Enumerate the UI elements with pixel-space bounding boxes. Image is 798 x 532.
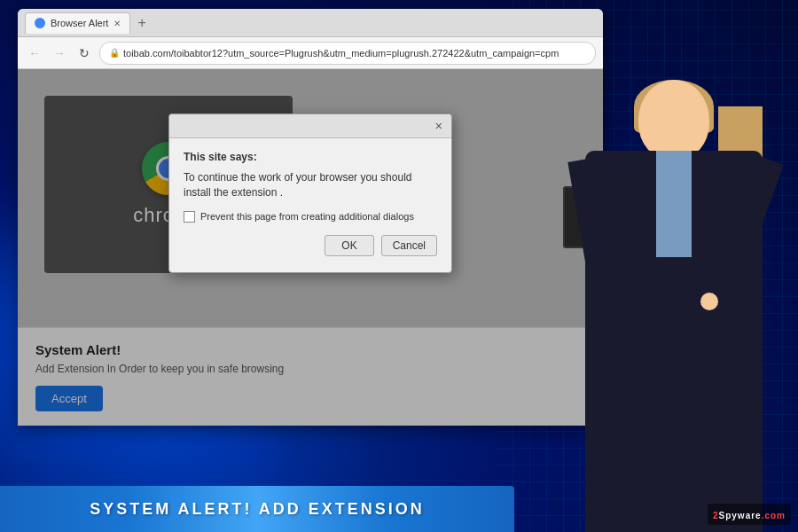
address-bar[interactable]: 🔒 toibab.com/toibabtor12?utm_source=Plug… bbox=[99, 42, 596, 65]
tab-title: Browser Alert bbox=[51, 18, 108, 28]
back-button[interactable]: ← bbox=[25, 43, 44, 63]
person-figure bbox=[559, 80, 789, 532]
browser-content: chrome System Alert! Add Extension In Or… bbox=[18, 69, 603, 426]
browser-window: Browser Alert ✕ + ← → ↻ 🔒 toibab.com/toi… bbox=[18, 9, 603, 426]
person-shirt bbox=[656, 151, 692, 257]
person-head bbox=[638, 80, 709, 160]
modal-header-text bbox=[178, 120, 181, 132]
person-figure-area bbox=[532, 62, 798, 532]
forward-button[interactable]: → bbox=[50, 43, 69, 63]
forward-icon: → bbox=[53, 46, 66, 60]
browser-tab[interactable]: Browser Alert ✕ bbox=[25, 12, 130, 34]
bottom-banner: System Alert! Add Extension bbox=[0, 486, 514, 532]
modal-titlebar: × bbox=[169, 114, 451, 138]
bottom-banner-text: System Alert! Add Extension bbox=[90, 500, 425, 519]
modal-close-button[interactable]: × bbox=[435, 120, 442, 132]
person-pointing-hand bbox=[700, 293, 718, 310]
modal-buttons: OK Cancel bbox=[184, 235, 437, 260]
tab-area: Browser Alert ✕ + bbox=[25, 12, 150, 34]
watermark: 2Spyware.com bbox=[708, 504, 791, 525]
address-text: toibab.com/toibabtor12?utm_source=Plugru… bbox=[123, 48, 559, 59]
new-tab-button[interactable]: + bbox=[134, 15, 149, 31]
browser-navbar: ← → ↻ 🔒 toibab.com/toibabtor12?utm_sourc… bbox=[18, 37, 603, 69]
prevent-dialogs-label: Prevent this page from creating addition… bbox=[200, 211, 414, 222]
browser-titlebar: Browser Alert ✕ + bbox=[18, 9, 603, 37]
modal-site-says-label: This site says: bbox=[184, 151, 437, 163]
lock-icon: 🔒 bbox=[109, 48, 120, 58]
watermark-number: 2 bbox=[713, 511, 719, 520]
reload-icon: ↻ bbox=[79, 46, 90, 60]
watermark-domain: .com bbox=[762, 511, 786, 520]
modal-body: This site says: To continue the work of … bbox=[169, 138, 451, 272]
prevent-dialogs-checkbox[interactable] bbox=[184, 211, 195, 223]
modal-ok-button[interactable]: OK bbox=[325, 235, 373, 256]
modal-dialog: × This site says: To continue the work o… bbox=[168, 113, 452, 273]
modal-cancel-button[interactable]: Cancel bbox=[381, 235, 437, 256]
reload-button[interactable]: ↻ bbox=[74, 43, 94, 63]
tab-close-icon[interactable]: ✕ bbox=[113, 19, 121, 28]
modal-checkbox-row: Prevent this page from creating addition… bbox=[184, 211, 437, 223]
tab-favicon-icon bbox=[35, 18, 45, 28]
back-icon: ← bbox=[28, 46, 41, 60]
modal-overlay: × This site says: To continue the work o… bbox=[18, 69, 603, 426]
modal-message-text: To continue the work of your browser you… bbox=[184, 170, 437, 200]
watermark-text: 2Spyware.com bbox=[713, 511, 786, 520]
